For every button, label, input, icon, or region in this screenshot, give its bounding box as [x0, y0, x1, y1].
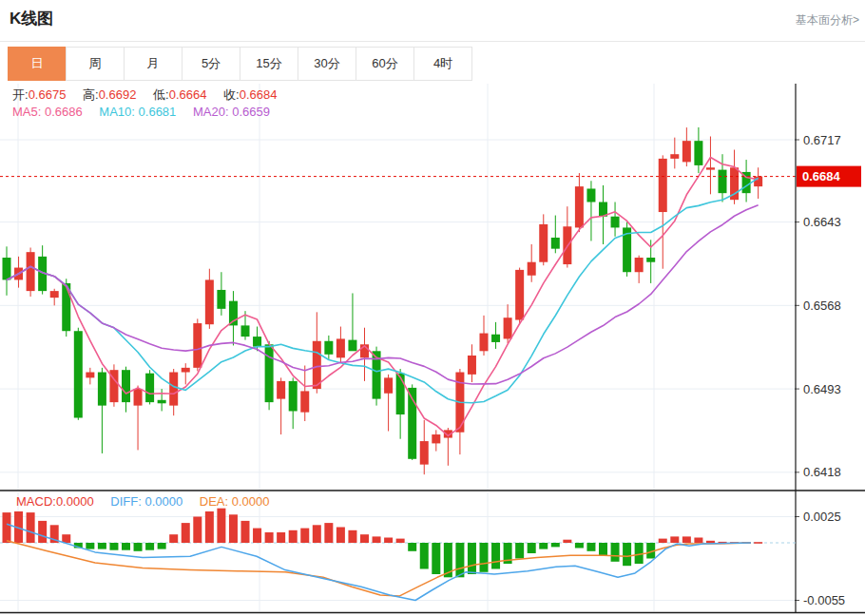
- ma10-value: 0.6681: [139, 105, 177, 119]
- dea-value: 0.0000: [232, 494, 270, 509]
- low-label: 低:: [153, 87, 169, 102]
- tab-day[interactable]: 日: [8, 47, 67, 81]
- ma20-value: 0.6659: [232, 105, 270, 119]
- tab-4hour[interactable]: 4时: [413, 47, 472, 81]
- price-axis-label: 0.6717: [803, 133, 841, 147]
- tab-15min[interactable]: 15分: [240, 47, 298, 81]
- price-axis-label: 0.6493: [803, 382, 841, 396]
- diff-label: DIFF:: [110, 494, 142, 509]
- close-value: 0.6684: [240, 87, 278, 102]
- ma-legend: MA5: 0.6686 MA10: 0.6681 MA20: 0.6659: [12, 105, 270, 119]
- macd-value: 0.0000: [56, 494, 94, 509]
- tab-60min[interactable]: 60分: [356, 47, 414, 81]
- open-value: 0.6675: [29, 87, 67, 102]
- price-axis-label: 0.6418: [803, 465, 841, 479]
- open-label: 开:: [12, 87, 29, 102]
- macd-label: MACD:: [16, 494, 56, 509]
- tab-month[interactable]: 月: [124, 47, 183, 81]
- low-value: 0.6664: [169, 87, 207, 102]
- macd-chart-area[interactable]: [0, 491, 796, 612]
- kline-page: K线图 基本面分析> 日 周 月 5分 15分 30分 60分 4时 开:0.6…: [0, 0, 865, 616]
- dea-label: DEA:: [200, 494, 228, 509]
- ma5-value: 0.6686: [45, 105, 83, 119]
- ma20-label: MA20:: [193, 105, 229, 119]
- high-label: 高:: [83, 87, 99, 102]
- tab-30min[interactable]: 30分: [298, 47, 356, 81]
- tab-5min[interactable]: 5分: [182, 47, 240, 81]
- header-divider: [0, 41, 865, 42]
- period-tab-bar: 日 周 月 5分 15分 30分 60分 4时: [8, 47, 472, 81]
- main-chart-area[interactable]: [0, 84, 796, 491]
- price-axis-label: 0.6643: [803, 215, 841, 229]
- ma5-label: MA5:: [12, 105, 41, 119]
- diff-value: 0.0000: [144, 494, 183, 509]
- tab-week[interactable]: 周: [66, 47, 125, 81]
- close-label: 收:: [223, 87, 240, 102]
- price-axis-label: 0.6568: [803, 298, 841, 313]
- ma10-label: MA10:: [99, 105, 135, 119]
- page-title: K线图: [10, 8, 53, 29]
- macd-axis-label: -0.0055: [803, 593, 845, 607]
- ohlc-legend: 开:0.6675 高:0.6692 低:0.6664 收:0.6684: [12, 87, 277, 104]
- last-price-badge-label: 0.6684: [802, 169, 841, 183]
- macd-axis-label: 0.0025: [803, 510, 841, 524]
- fundamental-analysis-link[interactable]: 基本面分析>: [796, 12, 859, 29]
- high-value: 0.6692: [99, 87, 137, 102]
- macd-legend: MACD:0.0000 DIFF: 0.0000 DEA: 0.0000: [16, 494, 270, 509]
